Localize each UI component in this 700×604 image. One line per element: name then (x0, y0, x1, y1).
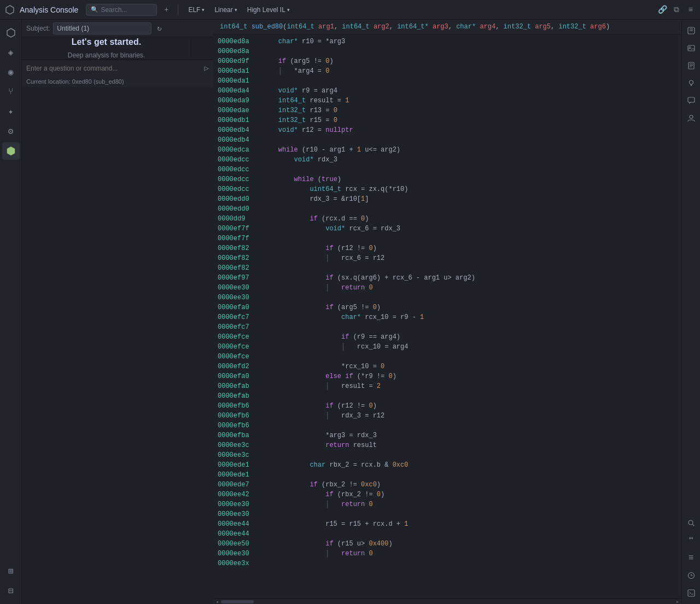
menu-highlevel[interactable]: High Level IL ▾ (243, 3, 294, 16)
table-row: 0000edb4 (213, 135, 681, 145)
menu-icon[interactable]: ≡ (685, 4, 697, 16)
sidebar-logo (2, 24, 20, 42)
menu-elf[interactable]: ELF ▾ (184, 3, 209, 16)
sidebar-item-connect[interactable]: ⊟ (2, 582, 20, 600)
sidebar-item-tags[interactable]: ◈ (2, 44, 20, 61)
func-sig-bar: int64_t sub_ed80(int64_t arg1, int64_t a… (213, 20, 681, 34)
sidebar-item-plugins[interactable]: ⚙ (2, 123, 20, 140)
person-icon[interactable] (684, 111, 699, 126)
table-row: 0000ee44 r15 = r15 + rcx.d + 1 (213, 519, 681, 529)
code-scroll[interactable]: 0000ed8a char* r10 = *arg3 0000ed8a 0000… (213, 34, 681, 599)
svg-rect-6 (688, 45, 695, 51)
svg-line-19 (692, 524, 694, 526)
app-logo-icon (3, 3, 16, 16)
table-row: 0000efd2 *rcx_10 = 0 (213, 362, 681, 371)
table-row: 0000ee30 │ return 0 (213, 500, 681, 509)
table-row: 0000ed8a (213, 47, 681, 56)
table-row: 0000ee3x (213, 559, 681, 568)
sidebar-item-bug[interactable]: ✦ (2, 103, 20, 120)
svg-point-18 (689, 520, 693, 525)
lightbulb-icon[interactable] (684, 76, 699, 91)
svg-rect-21 (688, 590, 695, 596)
func-name: sub_ed80 (252, 23, 283, 31)
scroll-right-arrow[interactable]: ▸ (676, 599, 679, 605)
table-row: 0000ee30 (213, 293, 681, 303)
main-layout: ◈ ◉ ⑂ ✦ ⚙ ⊞ ⊟ Subject: Untitled (1) ↻ Le… (0, 20, 700, 604)
table-row: 0000efc7 char* rcx_10 = r9 - 1 (213, 312, 681, 322)
chat-section: ▷ Current location: 0xed80 (sub_ed80) (22, 59, 213, 87)
highlevel-chevron: ▾ (287, 7, 290, 13)
table-row: 0000edcc while (true) (213, 175, 681, 184)
table-row: 0000eda1 (213, 76, 681, 86)
table-row: 0000ee30 (213, 509, 681, 519)
table-row: 0000efc7 (213, 322, 681, 332)
table-row: 0000ede1 char rbx_2 = rcx.b & 0xc0 (213, 460, 681, 470)
menu-linear[interactable]: Linear ▾ (210, 3, 241, 16)
table-row: 0000efce (213, 352, 681, 362)
split-icon[interactable]: ⧉ (670, 4, 682, 16)
table-row: 0000edca while (r10 - arg1 + 1 u<= arg2) (213, 145, 681, 155)
menu-bar: ELF ▾ Linear ▾ High Level IL ▾ (184, 3, 294, 16)
search-icon[interactable] (684, 515, 699, 531)
image-icon[interactable] (684, 40, 699, 56)
topbar-right-icons: 🔗 ⧉ ≡ (656, 4, 697, 16)
chat-input-area: ▷ (22, 60, 213, 76)
search-box[interactable]: 🔍 Search... (86, 4, 157, 16)
table-row: 0000ef7f (213, 234, 681, 243)
welcome-message: Let's get started. Deep analysis for bin… (68, 37, 145, 59)
sidebar-item-grid[interactable]: ⊞ (2, 562, 20, 580)
table-row: 0000eda9 int64_t result = 1 (213, 96, 681, 106)
ret-type: int64_t (220, 23, 247, 31)
table-row: 0000eda4 void* r9 = arg4 (213, 86, 681, 96)
table-row: 0000efab (213, 391, 681, 401)
table-row: 0000ee42 if (rbx_2 != 0) (213, 490, 681, 500)
svg-marker-1 (7, 28, 15, 37)
scroll-left-arrow[interactable]: ◂ (215, 599, 219, 605)
tag-icon[interactable] (684, 23, 699, 38)
table-row: 0000efb6 │ rdx_3 = r12 (213, 411, 681, 421)
table-row: 0000ee3c (213, 450, 681, 460)
welcome-subtitle: Deep analysis for binaries. (68, 51, 145, 59)
refresh-icon[interactable]: ↻ (157, 24, 161, 33)
list-icon[interactable]: ≡ (684, 550, 699, 566)
terminal-icon[interactable] (684, 585, 699, 601)
quote-icon[interactable]: ❝ (684, 533, 699, 548)
table-row: 0000efb6 (213, 421, 681, 431)
welcome-title: Let's get started. (68, 37, 145, 47)
scroll-thumb[interactable] (221, 600, 254, 603)
horizontal-scrollbar[interactable]: ◂ ▸ (213, 599, 681, 604)
table-row: 0000ef82 (213, 263, 681, 273)
sidebar-item-user[interactable]: ◉ (2, 63, 20, 81)
table-row: 0000edcc void* rdx_3 (213, 155, 681, 165)
table-row: 0000ee50 if (r15 u> 0x400) (213, 539, 681, 549)
chat-input[interactable] (26, 65, 201, 72)
app-title: Analysis Console (20, 5, 78, 14)
elf-label: ELF (188, 6, 200, 14)
linear-chevron: ▾ (235, 7, 237, 13)
chat-icon[interactable] (684, 93, 699, 108)
table-row: 0000edd0 rdx_3 = &r10[1] (213, 194, 681, 204)
subject-select[interactable]: Untitled (1) (53, 22, 151, 34)
code-area: int64_t sub_ed80(int64_t arg1, int64_t a… (213, 20, 681, 604)
table-row: 0000ef82 if (r12 != 0) (213, 243, 681, 253)
table-row: 0000edb1 int32_t r15 = 0 (213, 115, 681, 125)
svg-point-17 (690, 115, 693, 119)
add-button[interactable]: + (160, 4, 172, 16)
highlevel-label: High Level IL (247, 6, 285, 14)
sidebar-item-ai[interactable] (2, 142, 20, 160)
table-row: 0000efce if (r9 == arg4) (213, 332, 681, 342)
table-row: 0000ede1 (213, 470, 681, 480)
elf-chevron: ▾ (202, 7, 205, 13)
sidebar-item-branch[interactable]: ⑂ (2, 83, 20, 101)
table-row: 0000edcc uint64_t rcx = zx.q(*r10) (213, 184, 681, 194)
history-icon[interactable] (684, 568, 699, 583)
svg-rect-16 (688, 97, 695, 102)
add-icon: + (164, 5, 168, 14)
linear-label: Linear (214, 6, 232, 14)
link-icon[interactable]: 🔗 (656, 4, 668, 16)
book-icon[interactable] (684, 58, 699, 73)
svg-marker-2 (7, 147, 15, 155)
table-row: 0000ed9f if (arg5 != 0) (213, 56, 681, 66)
table-row: 0000ed8a char* r10 = *arg3 (213, 37, 681, 47)
send-button[interactable]: ▷ (205, 63, 209, 73)
